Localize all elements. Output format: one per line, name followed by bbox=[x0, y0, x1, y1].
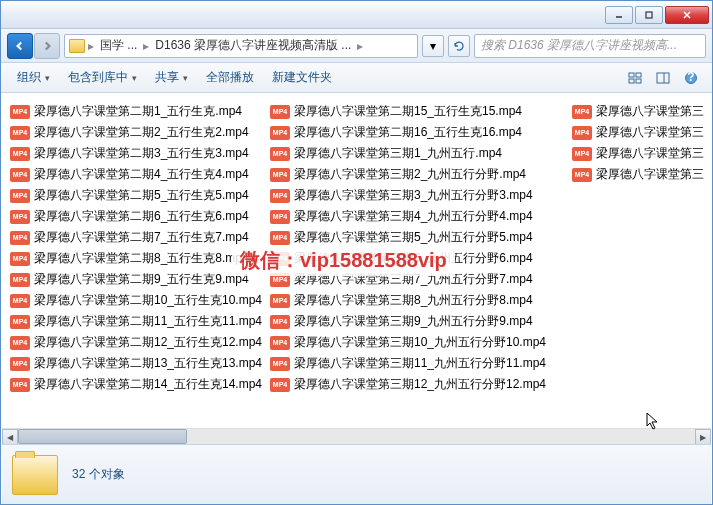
horizontal-scrollbar[interactable]: ◀ ▶ bbox=[2, 428, 711, 444]
share-menu[interactable]: 共享 bbox=[149, 66, 194, 89]
mp4-icon: MP4 bbox=[270, 147, 290, 161]
file-item[interactable]: MP4梁厚德八字课堂第二期11_五行生克11.mp4 bbox=[6, 311, 258, 332]
mp4-icon: MP4 bbox=[270, 336, 290, 350]
file-item[interactable]: MP4梁厚德八字课堂第三期10_九州五行分野10.mp4 bbox=[266, 332, 560, 353]
playall-button[interactable]: 全部播放 bbox=[200, 66, 260, 89]
file-name: 梁厚德八字课堂第二期1_五行生克.mp4 bbox=[34, 103, 242, 120]
chevron-right-icon: ▸ bbox=[142, 39, 150, 53]
mp4-icon: MP4 bbox=[10, 294, 30, 308]
file-item[interactable]: MP4梁厚德八字课堂第二期9_五行生克9.mp4 bbox=[6, 269, 258, 290]
refresh-button[interactable] bbox=[448, 35, 470, 57]
file-name: 梁厚德八字课堂第三期8_九州五行分野8.mp4 bbox=[294, 292, 533, 309]
file-item[interactable]: MP4梁厚德八字课堂第三期9_九州五行分野9.mp4 bbox=[266, 311, 560, 332]
breadcrumb-part[interactable]: 国学 ... bbox=[97, 37, 140, 54]
file-list-area: 微信：vip15881588vip MP4梁厚德八字课堂第二期1_五行生克.mp… bbox=[2, 95, 711, 428]
file-name: 梁厚德八字课堂第二期9_五行生克9.mp4 bbox=[34, 271, 249, 288]
mp4-icon: MP4 bbox=[10, 273, 30, 287]
scroll-track[interactable] bbox=[18, 429, 695, 444]
file-item[interactable]: MP4梁厚德八字课堂第三期1_九州五行.mp4 bbox=[266, 143, 560, 164]
svg-rect-5 bbox=[636, 79, 641, 83]
file-item[interactable]: MP4梁厚德八字课堂第二期13_五行生克13.mp4 bbox=[6, 353, 258, 374]
file-item[interactable]: MP4梁厚德八字课堂第三 bbox=[568, 164, 710, 185]
file-item[interactable]: MP4梁厚德八字课堂第二期12_五行生克12.mp4 bbox=[6, 332, 258, 353]
file-item[interactable]: MP4梁厚德八字课堂第二期6_五行生克6.mp4 bbox=[6, 206, 258, 227]
file-item[interactable]: MP4梁厚德八字课堂第二期16_五行生克16.mp4 bbox=[266, 122, 560, 143]
file-name: 梁厚德八字课堂第二期6_五行生克6.mp4 bbox=[34, 208, 249, 225]
file-item[interactable]: MP4梁厚德八字课堂第三期4_九州五行分野4.mp4 bbox=[266, 206, 560, 227]
file-name: 梁厚德八字课堂第三 bbox=[596, 166, 704, 183]
include-menu[interactable]: 包含到库中 bbox=[62, 66, 143, 89]
file-item[interactable]: MP4梁厚德八字课堂第二期4_五行生克4.mp4 bbox=[6, 164, 258, 185]
file-item[interactable]: MP4梁厚德八字课堂第二期5_五行生克5.mp4 bbox=[6, 185, 258, 206]
file-item[interactable]: MP4梁厚德八字课堂第二期1_五行生克.mp4 bbox=[6, 101, 258, 122]
file-item[interactable]: MP4梁厚德八字课堂第二期14_五行生克14.mp4 bbox=[6, 374, 258, 395]
file-item[interactable]: MP4梁厚德八字课堂第二期15_五行生克15.mp4 bbox=[266, 101, 560, 122]
file-name: 梁厚德八字课堂第三期4_九州五行分野4.mp4 bbox=[294, 208, 533, 225]
organize-menu[interactable]: 组织 bbox=[11, 66, 56, 89]
address-dropdown-button[interactable]: ▾ bbox=[422, 35, 444, 57]
scroll-left-button[interactable]: ◀ bbox=[2, 429, 18, 445]
mp4-icon: MP4 bbox=[270, 105, 290, 119]
newfolder-button[interactable]: 新建文件夹 bbox=[266, 66, 338, 89]
file-item[interactable]: MP4梁厚德八字课堂第三 bbox=[568, 101, 710, 122]
minimize-button[interactable] bbox=[605, 6, 633, 24]
mp4-icon: MP4 bbox=[10, 231, 30, 245]
svg-rect-2 bbox=[629, 73, 634, 77]
svg-rect-4 bbox=[629, 79, 634, 83]
statusbar: 32 个对象 bbox=[2, 444, 711, 504]
file-name: 梁厚德八字课堂第二期2_五行生克2.mp4 bbox=[34, 124, 249, 141]
file-item[interactable]: MP4梁厚德八字课堂第二期3_五行生克3.mp4 bbox=[6, 143, 258, 164]
mp4-icon: MP4 bbox=[270, 294, 290, 308]
file-name: 梁厚德八字课堂第二期11_五行生克11.mp4 bbox=[34, 313, 262, 330]
mp4-icon: MP4 bbox=[270, 252, 290, 266]
scroll-right-button[interactable]: ▶ bbox=[695, 429, 711, 445]
mp4-icon: MP4 bbox=[270, 273, 290, 287]
mp4-icon: MP4 bbox=[10, 357, 30, 371]
svg-rect-6 bbox=[657, 73, 669, 83]
mp4-icon: MP4 bbox=[270, 189, 290, 203]
file-item[interactable]: MP4梁厚德八字课堂第二期10_五行生克10.mp4 bbox=[6, 290, 258, 311]
file-item[interactable]: MP4梁厚德八字课堂第二期2_五行生克2.mp4 bbox=[6, 122, 258, 143]
mp4-icon: MP4 bbox=[10, 252, 30, 266]
file-item[interactable]: MP4梁厚德八字课堂第三期6_九州五行分野6.mp4 bbox=[266, 248, 560, 269]
breadcrumb-part[interactable]: D1636 梁厚德八字讲座视频高清版 ... bbox=[152, 37, 354, 54]
file-name: 梁厚德八字课堂第三期2_九州五行分野.mp4 bbox=[294, 166, 526, 183]
mp4-icon: MP4 bbox=[10, 378, 30, 392]
file-item[interactable]: MP4梁厚德八字课堂第三期12_九州五行分野12.mp4 bbox=[266, 374, 560, 395]
file-name: 梁厚德八字课堂第三期11_九州五行分野11.mp4 bbox=[294, 355, 546, 372]
maximize-button[interactable] bbox=[635, 6, 663, 24]
file-name: 梁厚德八字课堂第二期3_五行生克3.mp4 bbox=[34, 145, 249, 162]
forward-button[interactable] bbox=[34, 33, 60, 59]
file-name: 梁厚德八字课堂第三期3_九州五行分野3.mp4 bbox=[294, 187, 533, 204]
back-button[interactable] bbox=[7, 33, 33, 59]
file-name: 梁厚德八字课堂第三 bbox=[596, 124, 704, 141]
file-item[interactable]: MP4梁厚德八字课堂第三期5_九州五行分野5.mp4 bbox=[266, 227, 560, 248]
file-item[interactable]: MP4梁厚德八字课堂第三 bbox=[568, 143, 710, 164]
mp4-icon: MP4 bbox=[572, 168, 592, 182]
chevron-right-icon: ▸ bbox=[87, 39, 95, 53]
search-input[interactable]: 搜索 D1636 梁厚德八字讲座视频高... bbox=[474, 34, 706, 58]
file-item[interactable]: MP4梁厚德八字课堂第三期11_九州五行分野11.mp4 bbox=[266, 353, 560, 374]
file-item[interactable]: MP4梁厚德八字课堂第二期8_五行生克8.mp4 bbox=[6, 248, 258, 269]
file-item[interactable]: MP4梁厚德八字课堂第三期8_九州五行分野8.mp4 bbox=[266, 290, 560, 311]
titlebar bbox=[1, 1, 712, 29]
mp4-icon: MP4 bbox=[10, 210, 30, 224]
breadcrumb[interactable]: ▸ 国学 ... ▸ D1636 梁厚德八字讲座视频高清版 ... ▸ bbox=[64, 34, 418, 58]
toolbar: 组织 包含到库中 共享 全部播放 新建文件夹 ? bbox=[1, 63, 712, 93]
file-item[interactable]: MP4梁厚德八字课堂第三期2_九州五行分野.mp4 bbox=[266, 164, 560, 185]
file-name: 梁厚德八字课堂第三期6_九州五行分野6.mp4 bbox=[294, 250, 533, 267]
help-button[interactable]: ? bbox=[680, 67, 702, 89]
close-button[interactable] bbox=[665, 6, 709, 24]
file-item[interactable]: MP4梁厚德八字课堂第三期3_九州五行分野3.mp4 bbox=[266, 185, 560, 206]
file-name: 梁厚德八字课堂第二期15_五行生克15.mp4 bbox=[294, 103, 522, 120]
preview-pane-button[interactable] bbox=[652, 67, 674, 89]
file-item[interactable]: MP4梁厚德八字课堂第三期7_九州五行分野7.mp4 bbox=[266, 269, 560, 290]
mp4-icon: MP4 bbox=[270, 231, 290, 245]
file-name: 梁厚德八字课堂第三 bbox=[596, 103, 704, 120]
file-item[interactable]: MP4梁厚德八字课堂第三 bbox=[568, 122, 710, 143]
mp4-icon: MP4 bbox=[10, 336, 30, 350]
view-options-button[interactable] bbox=[624, 67, 646, 89]
file-item[interactable]: MP4梁厚德八字课堂第二期7_五行生克7.mp4 bbox=[6, 227, 258, 248]
scroll-thumb[interactable] bbox=[18, 429, 187, 444]
mp4-icon: MP4 bbox=[10, 315, 30, 329]
